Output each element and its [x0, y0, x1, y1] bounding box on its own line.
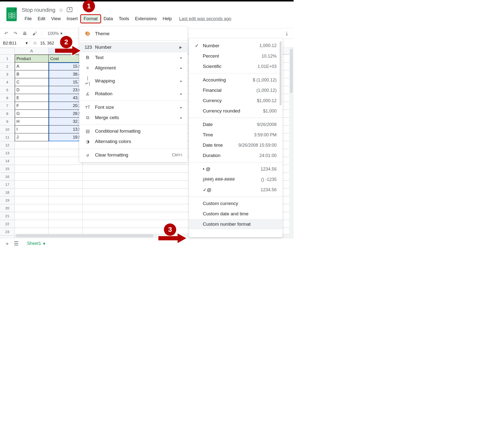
number-format-option[interactable]: Accounting$ (1,000.12) [189, 75, 283, 85]
sheets-logo[interactable] [6, 7, 17, 21]
menu-data[interactable]: Data [101, 15, 116, 23]
cell[interactable] [15, 204, 49, 212]
row-header[interactable]: 23 [0, 228, 15, 236]
zoom-selector[interactable]: 100% ▾ [47, 31, 63, 36]
cell[interactable]: 20.2 [49, 102, 83, 110]
row-header[interactable]: 3 [0, 70, 15, 78]
row-header[interactable]: 24 [0, 236, 15, 238]
row-header[interactable]: 19 [0, 196, 15, 204]
cell[interactable] [15, 149, 49, 157]
row-header[interactable]: 21 [0, 212, 15, 220]
doc-title[interactable]: Stop rounding [22, 7, 55, 13]
row-header[interactable]: 20 [0, 204, 15, 212]
cell[interactable] [49, 212, 83, 220]
row-header[interactable]: 7 [0, 102, 15, 110]
cell[interactable]: 28.5 [49, 110, 83, 118]
row-header[interactable]: 9 [0, 118, 15, 126]
number-format-option[interactable]: ✓@1234.56 [189, 185, 283, 195]
number-format-option[interactable]: • @1234.56 [189, 164, 283, 174]
number-format-option[interactable]: Financial(1,000.12) [189, 85, 283, 95]
menu-font-size[interactable]: ᴛTFont size▸ [79, 102, 188, 112]
formula-value[interactable]: 15. 362 [40, 41, 54, 46]
cell[interactable]: 13.5 [49, 126, 83, 133]
cell[interactable]: H [15, 118, 49, 126]
cell[interactable]: J [15, 133, 49, 141]
menu-alignment[interactable]: ≡Alignment▸ [79, 63, 188, 73]
download-icon[interactable]: ⭳ [283, 30, 291, 37]
menu-text[interactable]: BText▸ [79, 52, 188, 63]
paint-format-icon[interactable]: 🖌 [31, 30, 39, 37]
row-header[interactable]: 10 [0, 126, 15, 133]
row-header[interactable]: 4 [0, 78, 15, 86]
cell[interactable] [15, 181, 49, 189]
menu-edit[interactable]: Edit [35, 15, 48, 23]
cell[interactable] [49, 181, 83, 189]
print-icon[interactable]: 🖶 [21, 30, 29, 37]
cell[interactable] [15, 220, 49, 228]
row-header[interactable]: 15 [0, 165, 15, 173]
cell[interactable]: 38.4 [49, 70, 83, 78]
row-header[interactable]: 6 [0, 94, 15, 102]
cell[interactable] [49, 173, 83, 181]
number-format-option[interactable]: Custom number format [189, 219, 283, 229]
all-sheets-button[interactable]: ☰ [14, 240, 19, 247]
cell[interactable]: Product [15, 55, 49, 63]
cell[interactable] [49, 204, 83, 212]
cell[interactable] [15, 173, 49, 181]
submenu-scrollbar[interactable] [279, 40, 282, 235]
cell[interactable] [15, 212, 49, 220]
number-format-option[interactable]: Currency rounded$1,000 [189, 106, 283, 116]
cell[interactable]: 19.5 [49, 133, 83, 141]
move-to-drive-icon[interactable] [67, 7, 73, 13]
cell[interactable]: F [15, 102, 49, 110]
row-header[interactable]: 17 [0, 181, 15, 189]
cell[interactable] [49, 149, 83, 157]
menu-insert[interactable]: Insert [64, 15, 81, 23]
scroll-thumb[interactable] [16, 234, 154, 237]
cell[interactable] [49, 196, 83, 204]
number-format-option[interactable]: Percent10.12% [189, 51, 283, 61]
cell[interactable]: 23.0 [49, 86, 83, 94]
cell[interactable]: D [15, 86, 49, 94]
scroll-thumb[interactable] [280, 41, 282, 105]
row-header[interactable]: 18 [0, 189, 15, 196]
cell[interactable]: E [15, 94, 49, 102]
scroll-thumb[interactable] [290, 49, 293, 93]
redo-icon[interactable]: ↷ [12, 30, 19, 37]
cell[interactable]: C [15, 78, 49, 86]
last-edit-link[interactable]: Last edit was seconds ago [175, 15, 236, 23]
add-sheet-button[interactable]: ＋ [4, 240, 10, 247]
row-header[interactable]: 12 [0, 141, 15, 149]
sheet-tab[interactable]: Sheet1 ▾ [23, 239, 50, 248]
row-header[interactable]: 16 [0, 173, 15, 181]
cell[interactable] [15, 196, 49, 204]
cell[interactable]: 32.1 [49, 118, 83, 126]
number-format-option[interactable]: Duration24:01:00 [189, 150, 283, 161]
number-format-option[interactable]: Date time9/26/2008 15:59:00 [189, 140, 283, 150]
cell[interactable] [15, 189, 49, 196]
select-all-corner[interactable] [0, 48, 15, 55]
menu-rotation[interactable]: ∡Rotation▸ [79, 89, 188, 99]
cell[interactable] [49, 189, 83, 196]
menu-help[interactable]: Help [160, 15, 175, 23]
cell[interactable] [15, 157, 49, 165]
star-icon[interactable]: ☆ [59, 7, 63, 13]
menu-format[interactable]: Format [81, 15, 101, 23]
name-box[interactable]: B2:B11 ▾ [0, 39, 30, 47]
number-format-option[interactable]: Scientific1.01E+03 [189, 61, 283, 72]
cell[interactable] [49, 165, 83, 173]
number-format-option[interactable]: Currency$1,000.12 [189, 95, 283, 106]
cell[interactable]: 15.7 [49, 78, 83, 86]
cell[interactable] [49, 157, 83, 165]
cell[interactable] [15, 165, 49, 173]
undo-icon[interactable]: ↶ [2, 30, 10, 37]
cell[interactable]: 43.1 [49, 94, 83, 102]
cell[interactable]: G [15, 110, 49, 118]
row-header[interactable]: 8 [0, 110, 15, 118]
col-header-A[interactable]: A [15, 48, 49, 54]
row-header[interactable]: 11 [0, 133, 15, 141]
number-format-option[interactable]: Time3:59:00 PM [189, 130, 283, 140]
menu-alternating-colors[interactable]: ◑Alternating colors [79, 136, 188, 147]
number-format-option[interactable]: Date9/26/2008 [189, 119, 283, 130]
cell[interactable] [49, 141, 83, 149]
